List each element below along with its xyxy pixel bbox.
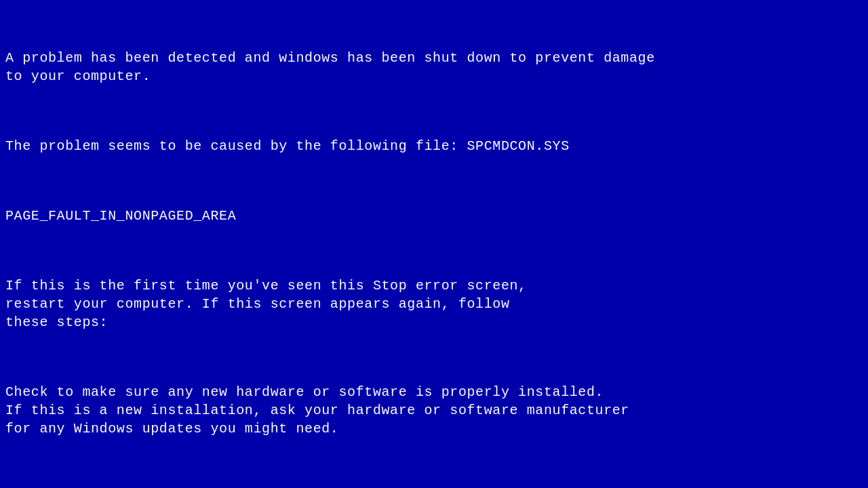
bsod-line-3: PAGE_FAULT_IN_NONPAGED_AREA	[5, 207, 863, 225]
bsod-line-2: The problem seems to be caused by the fo…	[5, 137, 863, 155]
bsod-line-4: If this is the first time you've seen th…	[5, 277, 863, 331]
bsod-screen: A problem has been detected and windows …	[0, 0, 868, 488]
bsod-line-5: Check to make sure any new hardware or s…	[5, 383, 863, 438]
bsod-content: A problem has been detected and windows …	[5, 12, 863, 488]
bsod-line-1: A problem has been detected and windows …	[5, 49, 863, 85]
